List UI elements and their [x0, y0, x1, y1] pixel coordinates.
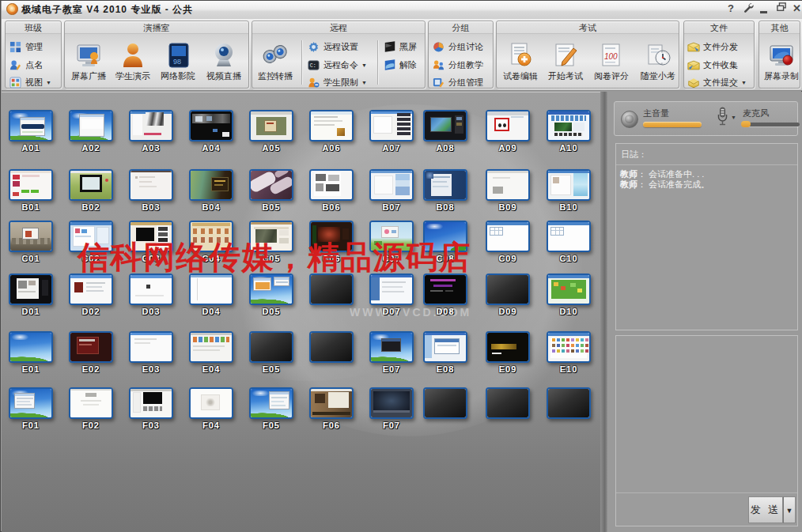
svg-text:98: 98 [173, 58, 181, 66]
svg-text:C:: C: [310, 63, 316, 69]
svg-text:100: 100 [604, 52, 618, 61]
